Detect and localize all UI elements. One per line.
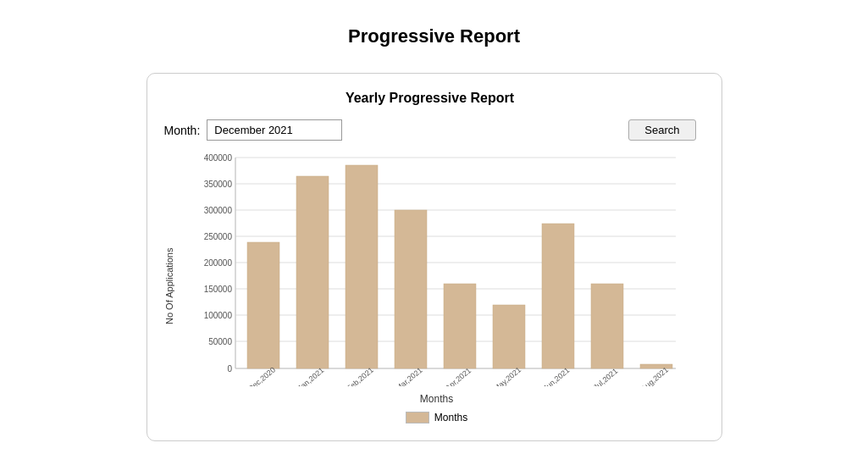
chart-inner: 400000 350000 300000 250000 200000 (178, 149, 696, 423)
svg-text:50000: 50000 (208, 337, 232, 346)
svg-text:400000: 400000 (203, 153, 232, 163)
card-title: Yearly Progressive Report (164, 91, 696, 106)
svg-rect-22 (296, 176, 329, 368)
x-axis-label: Months (178, 393, 696, 405)
chart-legend: Months (178, 412, 696, 423)
search-button[interactable]: Search (628, 119, 695, 141)
month-control: Month: (164, 119, 343, 141)
report-card: Yearly Progressive Report Month: Search … (147, 73, 722, 441)
svg-text:200000: 200000 (203, 258, 232, 268)
controls-bar: Month: Search (164, 119, 696, 141)
chart-svg: 400000 350000 300000 250000 200000 (178, 149, 696, 390)
svg-text:350000: 350000 (203, 180, 232, 189)
svg-rect-36 (640, 364, 672, 368)
svg-text:300000: 300000 (203, 206, 232, 215)
svg-text:0: 0 (227, 364, 232, 374)
svg-rect-34 (591, 284, 623, 368)
legend-label: Months (434, 412, 467, 423)
svg-text:150000: 150000 (203, 285, 232, 294)
svg-text:Apr,2021: Apr,2021 (444, 366, 473, 386)
page-title: Progressive Report (348, 25, 520, 47)
month-label: Month: (164, 124, 201, 137)
chart-container: No Of Applications 400000 (164, 149, 696, 423)
svg-rect-20 (247, 242, 279, 368)
svg-text:100000: 100000 (203, 311, 232, 320)
legend-color-box (406, 412, 429, 423)
svg-rect-28 (444, 284, 476, 368)
y-axis-label: No Of Applications (164, 149, 174, 423)
svg-rect-30 (493, 305, 525, 368)
month-input[interactable] (207, 119, 342, 141)
svg-rect-24 (346, 165, 378, 368)
svg-rect-32 (542, 224, 574, 368)
svg-rect-26 (395, 210, 427, 368)
svg-text:Jul,2021: Jul,2021 (591, 367, 618, 386)
svg-text:250000: 250000 (203, 232, 232, 241)
